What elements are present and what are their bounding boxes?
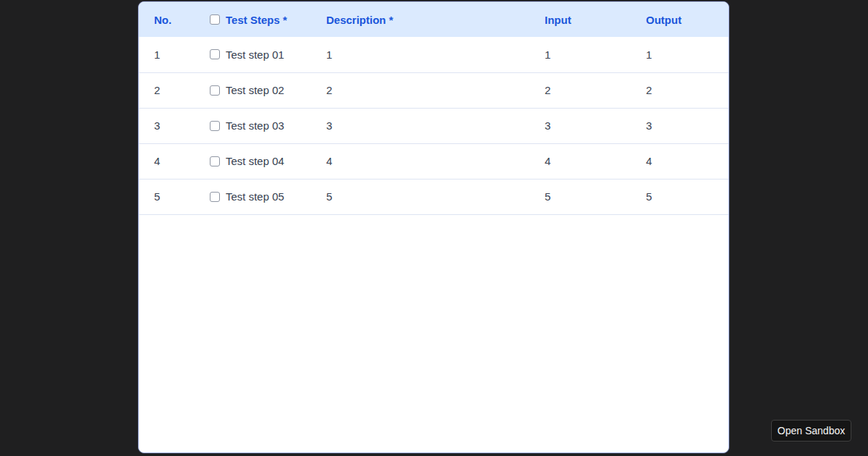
cell-no: 2: [139, 72, 208, 108]
open-sandbox-button[interactable]: Open Sandbox: [771, 420, 851, 442]
column-header-test-steps: Test Steps *: [208, 2, 318, 37]
test-step-label: Test step 03: [226, 119, 284, 132]
test-step-label: Test step 02: [226, 84, 284, 96]
cell-description: 3: [318, 108, 538, 143]
test-steps-table-card: No. Test Steps * Description * Input Out…: [138, 1, 729, 453]
test-step-label: Test step 01: [226, 48, 284, 61]
column-header-description: Description *: [318, 2, 538, 37]
cell-test-step: Test step 05: [208, 179, 318, 214]
row-checkbox[interactable]: [210, 85, 220, 96]
table-row: 2 Test step 02 2 2 2: [139, 72, 728, 108]
cell-input: 3: [538, 108, 639, 143]
cell-test-step: Test step 04: [208, 143, 318, 179]
table-row: 3 Test step 03 3 3 3: [139, 108, 728, 143]
table-header-row: No. Test Steps * Description * Input Out…: [139, 2, 728, 37]
select-all-checkbox[interactable]: [210, 14, 220, 25]
table-row: 5 Test step 05 5 5 5: [139, 179, 728, 214]
column-header-input: Input: [538, 2, 639, 37]
cell-test-step: Test step 02: [208, 72, 318, 108]
table-row: 4 Test step 04 4 4 4: [139, 143, 728, 179]
column-header-no: No.: [139, 2, 208, 37]
cell-input: 4: [538, 143, 639, 179]
cell-no: 3: [139, 108, 208, 143]
row-checkbox[interactable]: [210, 156, 220, 166]
cell-no: 5: [139, 179, 208, 214]
test-step-label: Test step 05: [226, 190, 284, 203]
test-step-label: Test step 04: [226, 155, 284, 167]
cell-description: 5: [318, 179, 538, 214]
cell-no: 4: [139, 143, 208, 179]
column-header-output: Output: [639, 2, 728, 37]
cell-input: 2: [538, 72, 639, 108]
row-checkbox[interactable]: [210, 121, 220, 131]
cell-input: 5: [538, 179, 639, 214]
cell-output: 5: [639, 179, 728, 214]
cell-output: 4: [639, 143, 728, 179]
cell-test-step: Test step 03: [208, 108, 318, 143]
test-steps-table: No. Test Steps * Description * Input Out…: [139, 2, 728, 215]
cell-no: 1: [139, 37, 208, 72]
cell-description: 1: [318, 37, 538, 72]
cell-input: 1: [538, 37, 639, 72]
row-checkbox[interactable]: [210, 192, 220, 202]
cell-output: 1: [639, 37, 728, 72]
cell-output: 2: [639, 72, 728, 108]
cell-description: 2: [318, 72, 538, 108]
cell-description: 4: [318, 143, 538, 179]
cell-output: 3: [639, 108, 728, 143]
column-header-test-steps-label: Test Steps *: [226, 14, 287, 26]
table-row: 1 Test step 01 1 1 1: [139, 37, 728, 72]
cell-test-step: Test step 01: [208, 37, 318, 72]
row-checkbox[interactable]: [210, 49, 220, 59]
